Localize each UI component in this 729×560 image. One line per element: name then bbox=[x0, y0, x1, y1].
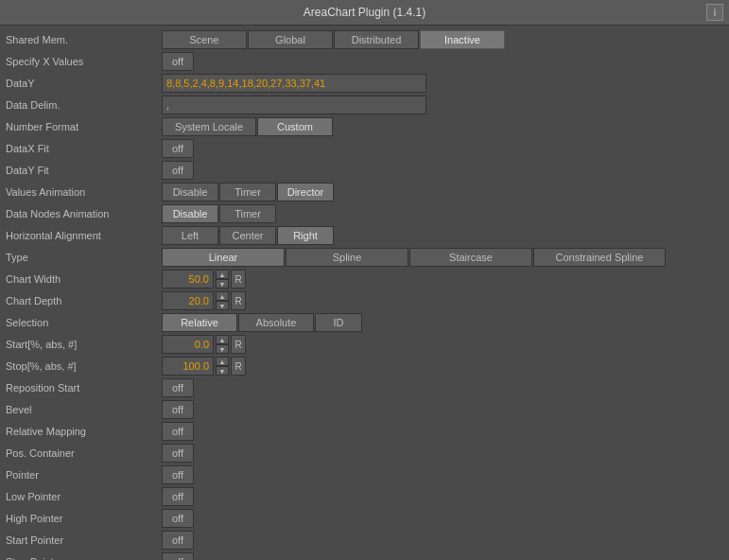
stop-label: Stop[%, abs, #] bbox=[6, 360, 162, 372]
start-spinner[interactable]: ▲ ▼ bbox=[216, 335, 229, 354]
datay-fit-button[interactable]: off bbox=[162, 161, 194, 180]
chart-width-r[interactable]: R bbox=[231, 270, 246, 289]
values-animation-label: Values Animation bbox=[6, 186, 162, 198]
align-left-button[interactable]: Left bbox=[162, 226, 218, 245]
specify-x-label: Specify X Values bbox=[6, 56, 162, 67]
stop-r[interactable]: R bbox=[231, 357, 246, 376]
datay-fit-label: DataY Fit bbox=[6, 165, 162, 176]
datax-fit-label: DataX Fit bbox=[6, 143, 162, 154]
pos-container-button[interactable]: off bbox=[162, 444, 194, 463]
bevel-button[interactable]: off bbox=[162, 400, 194, 419]
values-anim-timer-button[interactable]: Timer bbox=[219, 183, 276, 201]
selection-absolute-button[interactable]: Absolute bbox=[238, 313, 314, 332]
data-delim-input[interactable] bbox=[162, 96, 426, 114]
stop-pointer-button[interactable]: off bbox=[162, 552, 194, 560]
start-input[interactable] bbox=[162, 335, 214, 354]
relative-mapping-label: Relative Mapping bbox=[6, 426, 162, 437]
info-button[interactable]: i bbox=[706, 4, 723, 21]
relative-mapping-button[interactable]: off bbox=[162, 422, 194, 441]
bevel-label: Bevel bbox=[6, 404, 162, 415]
high-pointer-button[interactable]: off bbox=[162, 509, 194, 528]
horiz-align-label: Horizontal Alignment bbox=[6, 230, 162, 241]
global-button[interactable]: Global bbox=[248, 30, 333, 49]
chart-width-input[interactable] bbox=[162, 270, 214, 289]
datax-fit-button[interactable]: off bbox=[162, 139, 194, 158]
title-bar: AreaChart Plugin (1.4.1) i bbox=[0, 0, 729, 26]
stop-spinner[interactable]: ▲ ▼ bbox=[216, 357, 229, 376]
data-nodes-anim-label: Data Nodes Animation bbox=[6, 208, 162, 219]
start-pointer-label: Start Pointer bbox=[6, 534, 162, 546]
align-center-button[interactable]: Center bbox=[219, 226, 276, 245]
align-right-button[interactable]: Right bbox=[277, 226, 334, 245]
stop-down[interactable]: ▼ bbox=[216, 366, 229, 376]
selection-relative-button[interactable]: Relative bbox=[162, 313, 237, 332]
chart-width-label: Chart Width bbox=[6, 273, 162, 285]
type-linear-button[interactable]: Linear bbox=[162, 248, 285, 267]
start-pointer-button[interactable]: off bbox=[162, 531, 194, 550]
chart-width-down[interactable]: ▼ bbox=[216, 279, 229, 289]
system-locale-button[interactable]: System Locale bbox=[162, 117, 256, 136]
stop-pointer-label: Stop Pointer bbox=[6, 556, 162, 560]
chart-depth-down[interactable]: ▼ bbox=[216, 301, 229, 310]
selection-label: Selection bbox=[6, 317, 162, 328]
type-constrained-spline-button[interactable]: Constrained Spline bbox=[533, 248, 666, 267]
chart-depth-input[interactable] bbox=[162, 291, 214, 310]
shared-mem-label: Shared Mem. bbox=[6, 34, 162, 45]
start-label: Start[%, abs, #] bbox=[6, 339, 162, 350]
values-anim-disable-button[interactable]: Disable bbox=[162, 183, 218, 201]
chart-width-spinner[interactable]: ▲ ▼ bbox=[216, 270, 229, 289]
type-label: Type bbox=[6, 252, 162, 263]
reposition-start-label: Reposition Start bbox=[6, 382, 162, 394]
datay-label: DataY bbox=[6, 78, 162, 89]
chart-depth-up[interactable]: ▲ bbox=[216, 291, 229, 301]
start-r[interactable]: R bbox=[231, 335, 246, 354]
low-pointer-button[interactable]: off bbox=[162, 487, 194, 506]
reposition-start-button[interactable]: off bbox=[162, 378, 194, 397]
start-down[interactable]: ▼ bbox=[216, 344, 229, 354]
selection-id-button[interactable]: ID bbox=[315, 313, 362, 332]
values-anim-director-button[interactable]: Director bbox=[277, 183, 334, 201]
chart-depth-label: Chart Depth bbox=[6, 295, 162, 306]
data-nodes-disable-button[interactable]: Disable bbox=[162, 204, 218, 223]
specify-x-button[interactable]: off bbox=[162, 52, 194, 71]
start-up[interactable]: ▲ bbox=[216, 335, 229, 344]
pointer-button[interactable]: off bbox=[162, 465, 194, 484]
data-nodes-timer-button[interactable]: Timer bbox=[219, 204, 276, 223]
number-format-label: Number Format bbox=[6, 121, 162, 132]
stop-up[interactable]: ▲ bbox=[216, 357, 229, 366]
chart-depth-spinner[interactable]: ▲ ▼ bbox=[216, 291, 229, 310]
pointer-label: Pointer bbox=[6, 469, 162, 481]
distributed-button[interactable]: Distributed bbox=[334, 30, 419, 49]
stop-input[interactable] bbox=[162, 357, 214, 376]
pos-container-label: Pos. Container bbox=[6, 447, 162, 459]
custom-button[interactable]: Custom bbox=[257, 117, 333, 136]
inactive-button[interactable]: Inactive bbox=[420, 30, 505, 49]
scene-button[interactable]: Scene bbox=[162, 30, 247, 49]
datay-input[interactable] bbox=[162, 74, 426, 93]
low-pointer-label: Low Pointer bbox=[6, 491, 162, 502]
type-staircase-button[interactable]: Staircase bbox=[409, 248, 532, 267]
type-spline-button[interactable]: Spline bbox=[286, 248, 408, 267]
app-title: AreaChart Plugin (1.4.1) bbox=[304, 6, 425, 19]
chart-depth-r[interactable]: R bbox=[231, 291, 246, 310]
data-delim-label: Data Delim. bbox=[6, 99, 162, 111]
high-pointer-label: High Pointer bbox=[6, 513, 162, 524]
chart-width-up[interactable]: ▲ bbox=[216, 270, 229, 279]
